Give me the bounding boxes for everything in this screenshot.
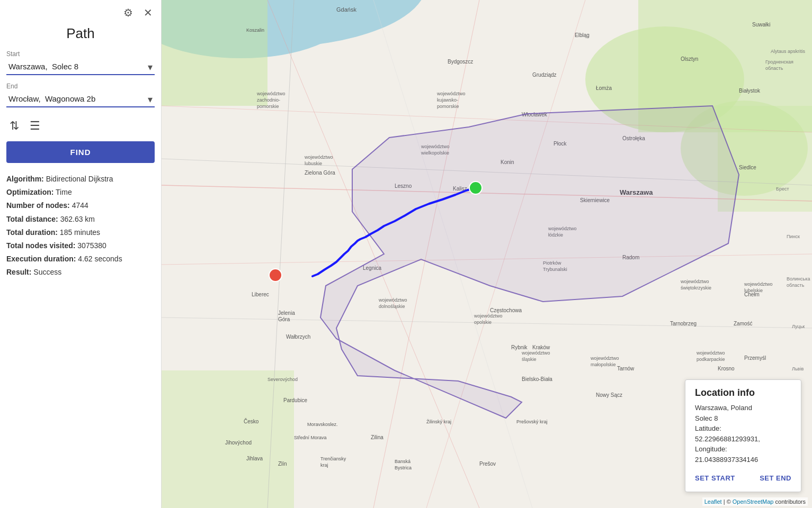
leaflet-link[interactable]: Leaflet: [704, 498, 722, 505]
duration-label: Total duration:: [6, 228, 58, 237]
location-city: Warszawa, Poland: [695, 403, 791, 413]
start-dropdown-wrapper: ▾: [6, 59, 155, 75]
svg-text:opolskie: opolskie: [474, 320, 492, 325]
map-area[interactable]: Gdańsk Bydgoszcz Elbląg Olsztyn Suwałki …: [162, 0, 812, 508]
exec-row: Execution duration: 4.62 seconds: [6, 252, 155, 266]
algorithm-label: Algorithm:: [6, 175, 44, 183]
svg-text:Przemyśl: Przemyśl: [744, 355, 766, 361]
optimization-row: Optimization: Time: [6, 186, 155, 199]
svg-text:Пинск: Пинск: [787, 234, 800, 239]
svg-text:województwo: województwo: [680, 279, 709, 284]
svg-text:Białystok: Białystok: [739, 88, 761, 94]
optimization-value: Time: [56, 188, 72, 196]
svg-text:lubuskie: lubuskie: [305, 161, 322, 166]
location-card: Location info Warszawa, Poland Solec 8 L…: [685, 379, 801, 492]
svg-text:Moravskoslez.: Moravskoslez.: [307, 422, 338, 427]
nodes-visited-label: Total nodes visited:: [6, 241, 75, 250]
duration-value: 185 minutes: [60, 228, 100, 237]
svg-text:Jelenia: Jelenia: [278, 310, 295, 316]
svg-text:Bystrica: Bystrica: [395, 465, 412, 470]
svg-text:Žilinský kraj: Žilinský kraj: [426, 419, 451, 424]
svg-text:Zielona Góra: Zielona Góra: [305, 170, 335, 176]
svg-text:Chełm: Chełm: [744, 292, 760, 297]
attribution-separator: | ©: [722, 498, 733, 505]
svg-text:Gdańsk: Gdańsk: [336, 6, 356, 13]
osm-link[interactable]: OpenStreetMap: [733, 498, 774, 505]
svg-text:województwo: województwo: [256, 91, 285, 96]
svg-text:Česko: Česko: [244, 418, 259, 424]
exec-label: Execution duration:: [6, 255, 76, 263]
set-start-button[interactable]: SET START: [695, 472, 735, 484]
svg-text:Брест: Брест: [776, 186, 789, 192]
svg-text:Zilina: Zilina: [371, 434, 383, 440]
close-button[interactable]: ✕: [141, 4, 155, 21]
svg-text:Trenčiansky: Trenčiansky: [320, 456, 346, 461]
svg-text:śląskie: śląskie: [522, 357, 537, 362]
svg-text:kraj: kraj: [320, 462, 328, 468]
location-card-buttons: SET START SET END: [695, 472, 791, 484]
optimization-label: Optimization:: [6, 188, 53, 196]
svg-text:Wałbrzych: Wałbrzych: [286, 334, 310, 340]
svg-text:Severovýchod: Severovýchod: [267, 377, 298, 382]
svg-text:województwo: województwo: [521, 350, 550, 356]
svg-text:podkarpackie: podkarpackie: [697, 357, 725, 362]
attribution-rest: contributors: [773, 498, 806, 505]
algorithm-row: Algorithm: Bidirectional Dijkstra: [6, 173, 155, 186]
end-dropdown-wrapper: ▾: [6, 91, 155, 107]
result-value: Success: [33, 268, 61, 276]
map-attribution: Leaflet | © OpenStreetMap contributors: [702, 497, 808, 506]
sidebar: ⚙ ✕ Path Start ▾ End ▾ ⇅ ☰ FIND Algorith…: [0, 0, 162, 508]
location-lat-label: Latitude:: [695, 423, 791, 434]
svg-text:województwo: województwo: [590, 356, 619, 361]
menu-button[interactable]: ☰: [29, 118, 41, 134]
result-row: Result: Success: [6, 266, 155, 279]
svg-rect-4: [162, 0, 267, 106]
svg-text:Łomża: Łomża: [596, 85, 612, 91]
sidebar-top-icons: ⚙ ✕: [6, 4, 155, 21]
duration-row: Total duration: 185 minutes: [6, 226, 155, 239]
svg-text:Elbląg: Elbląg: [575, 32, 590, 38]
svg-text:dolnośląskie: dolnośląskie: [379, 304, 405, 309]
end-input[interactable]: [6, 91, 155, 107]
svg-text:województwo: województwo: [474, 313, 503, 319]
start-label: Start: [6, 50, 155, 58]
svg-text:województwo: województwo: [436, 91, 466, 96]
distance-row: Total distance: 362.63 km: [6, 213, 155, 226]
menu-icon: ☰: [30, 119, 40, 132]
svg-text:pomorskie: pomorskie: [257, 104, 279, 109]
location-street: Solec 8: [695, 413, 791, 424]
close-icon: ✕: [144, 7, 153, 19]
svg-point-111: [269, 269, 282, 282]
svg-text:świętokrzyskie: świętokrzyskie: [681, 285, 711, 291]
location-lon-value: 21.04388937334146: [695, 455, 791, 465]
svg-text:область: область: [787, 283, 805, 288]
svg-point-110: [469, 182, 482, 194]
svg-text:Волинська: Волинська: [787, 276, 810, 282]
svg-text:Луцьк: Луцьк: [792, 324, 805, 329]
svg-text:Львів: Львів: [792, 366, 804, 371]
nodes-value: 4744: [72, 201, 88, 210]
svg-rect-7: [162, 370, 294, 508]
svg-text:Bydgoszcz: Bydgoszcz: [448, 59, 473, 65]
svg-text:pomorskie: pomorskie: [437, 104, 459, 109]
svg-text:województwo: województwo: [378, 297, 407, 303]
location-card-title: Location info: [695, 387, 791, 398]
svg-text:Tarnów: Tarnów: [617, 366, 635, 371]
find-button[interactable]: FIND: [6, 141, 155, 163]
svg-text:Alytaus apskritis: Alytaus apskritis: [771, 49, 806, 54]
svg-text:Nowy Sącz: Nowy Sącz: [596, 392, 622, 398]
svg-text:Rybnik: Rybnik: [511, 344, 528, 350]
svg-text:Гродненская: Гродненская: [765, 59, 793, 65]
nodes-visited-row: Total nodes visited: 3075380: [6, 239, 155, 252]
result-label: Result:: [6, 268, 31, 276]
svg-text:Bielsko-Biała: Bielsko-Biała: [522, 376, 552, 382]
swap-button[interactable]: ⇅: [8, 118, 20, 134]
start-input[interactable]: [6, 59, 155, 75]
svg-text:Zamość: Zamość: [734, 321, 753, 326]
set-end-button[interactable]: SET END: [760, 472, 791, 484]
svg-text:Prešov: Prešov: [479, 461, 496, 467]
svg-text:Koszalin: Koszalin: [246, 28, 264, 33]
page-title: Path: [6, 25, 155, 42]
gear-button[interactable]: ⚙: [121, 4, 135, 21]
action-icons: ⇅ ☰: [8, 118, 155, 134]
